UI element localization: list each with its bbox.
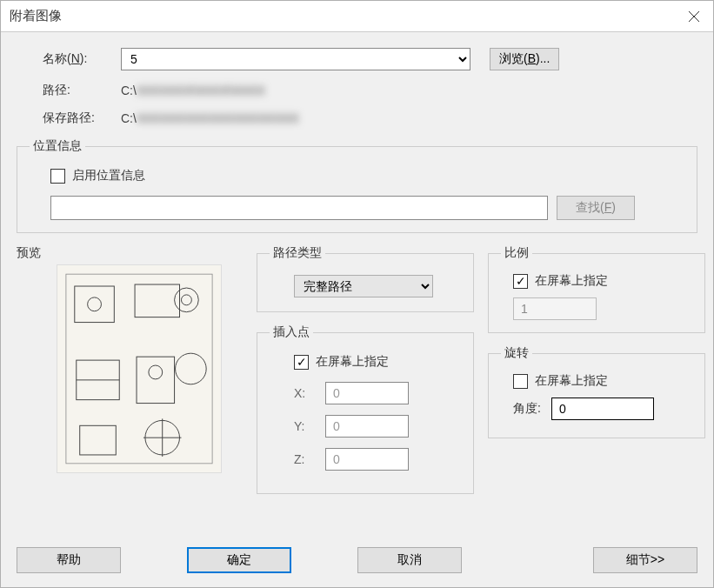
insert-onscreen-checkbox[interactable] <box>294 355 309 370</box>
path-value: C:\XXXXXXX\XXXX\XXXX <box>121 84 265 97</box>
scale-legend: 比例 <box>501 245 532 261</box>
scale-onscreen-checkbox[interactable] <box>513 274 528 289</box>
x-label: X: <box>294 386 313 400</box>
window-title: 附着图像 <box>10 8 62 24</box>
browse-button[interactable]: 浏览(B)... <box>490 48 559 70</box>
insert-fieldset: 插入点 在屏幕上指定 X: Y: Z: <box>257 324 474 494</box>
pathtype-legend: 路径类型 <box>270 245 325 261</box>
location-legend: 位置信息 <box>30 138 85 154</box>
insert-legend: 插入点 <box>270 324 313 340</box>
scale-input[interactable] <box>513 297 597 320</box>
y-input[interactable] <box>325 415 409 438</box>
angle-label: 角度: <box>513 401 541 417</box>
titlebar: 附着图像 <box>1 1 713 32</box>
preview-section: 预览 <box>17 245 243 506</box>
scale-onscreen-label: 在屏幕上指定 <box>535 273 608 289</box>
save-path-label: 保存路径: <box>43 110 121 126</box>
cancel-button[interactable]: 取消 <box>357 547 462 573</box>
rotate-fieldset: 旋转 在屏幕上指定 角度: <box>488 345 705 438</box>
find-button[interactable]: 查找(F) <box>557 196 635 220</box>
preview-image <box>57 264 222 473</box>
location-fieldset: 位置信息 启用位置信息 查找(F) <box>17 138 697 233</box>
enable-location-checkbox[interactable] <box>50 169 65 184</box>
save-path-value: C:\XXXXXXXXXXXXXXXXXXXX <box>121 111 299 125</box>
path-row: 路径: C:\XXXXXXX\XXXX\XXXX <box>17 83 697 98</box>
angle-input[interactable] <box>551 398 654 420</box>
rotate-onscreen-checkbox[interactable] <box>513 374 528 389</box>
help-button[interactable]: 帮助 <box>17 547 121 573</box>
enable-location-label: 启用位置信息 <box>72 168 145 184</box>
x-input[interactable] <box>325 382 409 404</box>
svg-rect-2 <box>57 265 221 471</box>
name-row: 名称(N): 5 浏览(B)... <box>17 48 697 70</box>
pathtype-select[interactable]: 完整路径 <box>294 275 433 297</box>
scale-fieldset: 比例 在屏幕上指定 <box>488 245 705 333</box>
path-label: 路径: <box>43 83 121 98</box>
z-label: Z: <box>294 452 313 466</box>
insert-onscreen-label: 在屏幕上指定 <box>316 354 389 370</box>
preview-label: 预览 <box>17 245 243 261</box>
z-input[interactable] <box>325 448 409 471</box>
rotate-onscreen-label: 在屏幕上指定 <box>535 373 608 389</box>
rotate-legend: 旋转 <box>501 345 532 361</box>
name-label: 名称(N): <box>43 51 121 67</box>
y-label: Y: <box>294 419 313 433</box>
location-path-input[interactable] <box>50 196 548 220</box>
name-select[interactable]: 5 <box>121 48 470 70</box>
ok-button[interactable]: 确定 <box>187 547 291 573</box>
details-button[interactable]: 细节>> <box>593 547 697 573</box>
pathtype-fieldset: 路径类型 完整路径 <box>257 245 474 312</box>
button-row: 帮助 确定 取消 细节>> <box>17 547 697 573</box>
close-button[interactable] <box>684 6 704 27</box>
save-path-row: 保存路径: C:\XXXXXXXXXXXXXXXXXXXX <box>17 110 697 126</box>
